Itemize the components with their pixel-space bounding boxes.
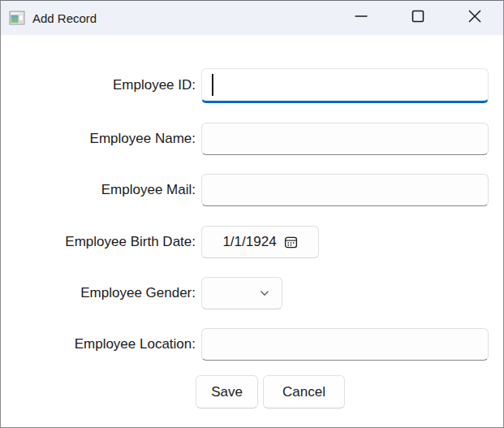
employee-location-input[interactable] bbox=[201, 328, 489, 361]
form-row-gender: Employee Gender: bbox=[1, 277, 282, 309]
minimize-button[interactable] bbox=[333, 1, 390, 35]
titlebar: Add Record bbox=[1, 1, 503, 35]
birth-date-value: 1/1/1924 bbox=[222, 234, 276, 250]
form-row-employee-mail: Employee Mail: bbox=[1, 174, 489, 206]
employee-id-input[interactable] bbox=[201, 68, 489, 103]
employee-name-input[interactable] bbox=[201, 123, 489, 155]
app-window-icon bbox=[9, 10, 25, 26]
location-label: Employee Location: bbox=[1, 336, 196, 352]
chevron-down-icon bbox=[259, 287, 270, 299]
gender-combobox[interactable] bbox=[201, 277, 282, 309]
gender-label: Employee Gender: bbox=[1, 285, 196, 301]
form-row-birth-date: Employee Birth Date: 1/1/1924 bbox=[1, 226, 319, 258]
window-title: Add Record bbox=[32, 11, 97, 25]
employee-mail-input[interactable] bbox=[201, 174, 489, 206]
maximize-button[interactable] bbox=[390, 1, 446, 35]
employee-id-label: Employee ID: bbox=[1, 77, 196, 93]
birth-date-label: Employee Birth Date: bbox=[1, 234, 196, 250]
window-controls bbox=[333, 1, 503, 35]
employee-mail-label: Employee Mail: bbox=[1, 182, 196, 198]
minimize-icon bbox=[355, 10, 368, 26]
cancel-button[interactable]: Cancel bbox=[263, 375, 345, 409]
close-icon bbox=[468, 10, 481, 26]
close-button[interactable] bbox=[446, 1, 503, 35]
add-record-window: Add Record Employee ID: bbox=[0, 0, 504, 428]
birth-date-picker[interactable]: 1/1/1924 bbox=[201, 226, 319, 258]
form-row-employee-id: Employee ID: bbox=[1, 69, 489, 102]
maximize-icon bbox=[411, 10, 424, 26]
employee-name-label: Employee Name: bbox=[1, 131, 196, 147]
form-row-employee-name: Employee Name: bbox=[1, 123, 489, 155]
form-row-location: Employee Location: bbox=[1, 328, 489, 361]
calendar-icon bbox=[284, 236, 298, 249]
text-caret bbox=[212, 74, 213, 96]
save-button[interactable]: Save bbox=[196, 375, 258, 409]
